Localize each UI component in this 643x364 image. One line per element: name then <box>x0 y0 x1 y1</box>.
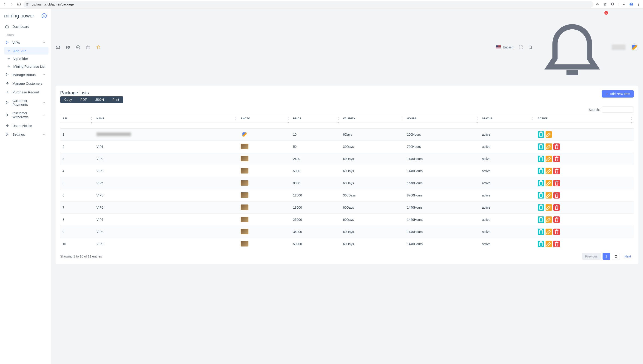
edit-button[interactable] <box>546 241 552 247</box>
delete-button[interactable] <box>553 180 560 186</box>
delete-button[interactable] <box>553 144 560 150</box>
delete-button[interactable] <box>553 192 560 198</box>
sidebar-item-label: Add VIP <box>13 49 46 53</box>
url-bar[interactable]: cs.hwym.club/admin/package <box>24 1 593 8</box>
sidebar-item-dashboard[interactable]: Dashboard <box>2 22 49 31</box>
sidebar-item-customer-withdraws[interactable]: Customer Withdraws <box>2 109 49 121</box>
delete-button[interactable] <box>553 228 560 235</box>
language-selector[interactable]: English <box>496 46 513 49</box>
delete-button[interactable] <box>553 156 560 162</box>
sidebar-item-label: Users Notice <box>13 124 46 128</box>
export-pdf-button[interactable]: PDF <box>76 96 91 103</box>
svg-rect-1 <box>27 4 28 5</box>
cell-sn: 2 <box>60 141 94 153</box>
view-button[interactable] <box>538 156 544 162</box>
logo[interactable]: mining power ◎ <box>0 9 51 22</box>
sidebar-item-vip-slider[interactable]: Vip Slider <box>4 54 49 62</box>
chat-icon[interactable] <box>66 45 70 50</box>
edit-button[interactable] <box>546 144 552 150</box>
edit-button[interactable] <box>546 131 552 138</box>
col-photo[interactable]: PHOTO▲▼ <box>238 114 291 123</box>
page-next-button[interactable]: Next <box>622 253 634 260</box>
extensions-icon[interactable] <box>610 2 614 6</box>
col-name[interactable]: NAME▲▼ <box>94 114 239 123</box>
back-icon[interactable] <box>2 2 7 6</box>
edit-button[interactable] <box>546 192 552 198</box>
reload-icon[interactable] <box>17 2 21 6</box>
col-sn[interactable]: S.N▲▼ <box>60 114 94 123</box>
view-button[interactable] <box>538 228 544 235</box>
user-name[interactable] <box>612 44 625 50</box>
star-icon[interactable] <box>96 45 101 50</box>
edit-button[interactable] <box>546 168 552 174</box>
cell-validity: 60Days <box>341 214 405 226</box>
view-button[interactable] <box>538 168 544 174</box>
cell-hours: 1440Hours <box>404 153 480 165</box>
export-copy-button[interactable]: Copy <box>60 96 76 103</box>
page-1-button[interactable]: 1 <box>602 253 610 260</box>
fullscreen-icon[interactable] <box>518 45 523 50</box>
cell-actions <box>535 153 634 165</box>
play-icon <box>5 40 9 44</box>
profile-icon[interactable] <box>629 2 633 6</box>
view-button[interactable] <box>538 204 544 211</box>
sidebar-item-customer-payments[interactable]: Customer Payments <box>2 96 49 109</box>
forward-icon[interactable] <box>10 2 14 6</box>
sidebar-item-mining-purchase[interactable]: Mining Purchase List <box>4 62 49 70</box>
sidebar-item-users-notice[interactable]: Users Notice <box>2 121 49 130</box>
edit-button[interactable] <box>546 228 552 235</box>
page-prev-button[interactable]: Previous <box>582 253 600 260</box>
sidebar-item-purchase-record[interactable]: Purchase Record <box>2 88 49 96</box>
delete-button[interactable] <box>553 204 560 211</box>
col-hours[interactable]: HOURS▲▼ <box>404 114 480 123</box>
col-status[interactable]: STATUS▲▼ <box>480 114 535 123</box>
notifications-button[interactable]: 5 <box>538 12 607 82</box>
view-button[interactable] <box>538 192 544 198</box>
search-icon[interactable] <box>528 45 533 50</box>
view-button[interactable] <box>538 241 544 247</box>
edit-button[interactable] <box>546 216 552 223</box>
delete-button[interactable] <box>553 168 560 174</box>
edit-button[interactable] <box>546 156 552 162</box>
kebab-icon[interactable] <box>636 2 641 6</box>
chevron-up-icon <box>43 133 46 136</box>
cell-validity: 60Days <box>341 226 405 238</box>
sidebar-item-add-vip[interactable]: Add VIP <box>4 47 49 54</box>
view-button[interactable] <box>538 180 544 186</box>
sidebar-item-label: VIPs <box>13 40 39 44</box>
delete-button[interactable] <box>553 216 560 223</box>
sidebar-item-manage-customers[interactable]: Manage Customers <box>2 79 49 88</box>
packages-table: S.N▲▼ NAME▲▼ PHOTO▲▼ PRICE▲▼ VALIDITY▲▼ … <box>60 114 634 250</box>
col-active[interactable]: ACTIVE▲▼ <box>535 114 634 123</box>
cell-validity: 60Days <box>341 177 405 189</box>
add-new-item-button[interactable]: Add New Item <box>602 90 634 98</box>
sidebar-item-settings[interactable]: Settings <box>2 130 49 138</box>
edit-button[interactable] <box>546 180 552 186</box>
edit-button[interactable] <box>546 204 552 211</box>
cell-price: 36000 <box>291 226 341 238</box>
user-avatar[interactable] <box>630 44 638 51</box>
export-json-button[interactable]: JSON <box>91 96 108 103</box>
table-row: 7VIP61800060Days1440Hoursactive <box>60 202 634 214</box>
col-price[interactable]: PRICE▲▼ <box>291 114 341 123</box>
view-button[interactable] <box>538 216 544 223</box>
calendar-icon[interactable] <box>86 45 91 50</box>
export-print-button[interactable]: Print <box>108 96 123 103</box>
translate-icon[interactable] <box>596 2 600 6</box>
sidebar-item-manage-bonus[interactable]: Manage Bonus <box>2 70 49 79</box>
col-validity[interactable]: VALIDITY▲▼ <box>341 114 405 123</box>
table-row: 9VIP83600060Days1440Hoursactive <box>60 226 634 238</box>
download-icon[interactable] <box>622 2 626 6</box>
view-button[interactable] <box>538 144 544 150</box>
site-settings-icon[interactable] <box>26 2 30 6</box>
mail-icon[interactable] <box>56 45 60 50</box>
view-button[interactable] <box>538 131 544 138</box>
page-2-button[interactable]: 2 <box>612 253 620 260</box>
cell-hours: 1440Hours <box>404 165 480 177</box>
delete-button[interactable] <box>553 241 560 247</box>
bookmark-star-icon[interactable] <box>603 2 607 6</box>
sidebar-item-vips[interactable]: VIPs <box>2 38 49 47</box>
search-input[interactable] <box>602 106 634 113</box>
check-circle-icon[interactable] <box>76 45 80 50</box>
arrow-right-icon <box>7 56 10 60</box>
